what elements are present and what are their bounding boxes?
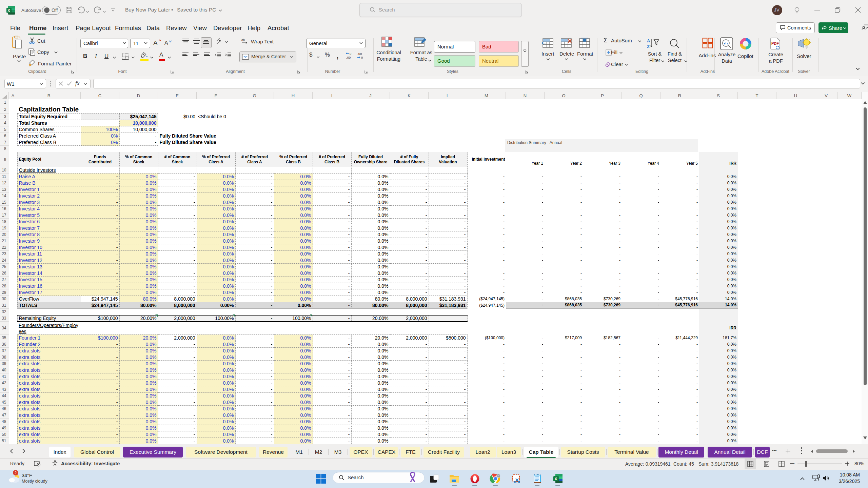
svg-text:X: X xyxy=(7,8,10,13)
svg-text:.00: .00 xyxy=(346,56,351,59)
svg-text:0: 0 xyxy=(350,52,351,56)
svg-text:Z: Z xyxy=(647,44,650,49)
svg-text:.00: .00 xyxy=(357,52,362,56)
svg-text:0: 0 xyxy=(361,56,363,59)
svg-text:PDF: PDF xyxy=(771,41,779,45)
svg-text:ab: ab xyxy=(241,38,245,42)
svg-text:A: A xyxy=(647,38,650,43)
svg-text:X: X xyxy=(555,477,557,481)
